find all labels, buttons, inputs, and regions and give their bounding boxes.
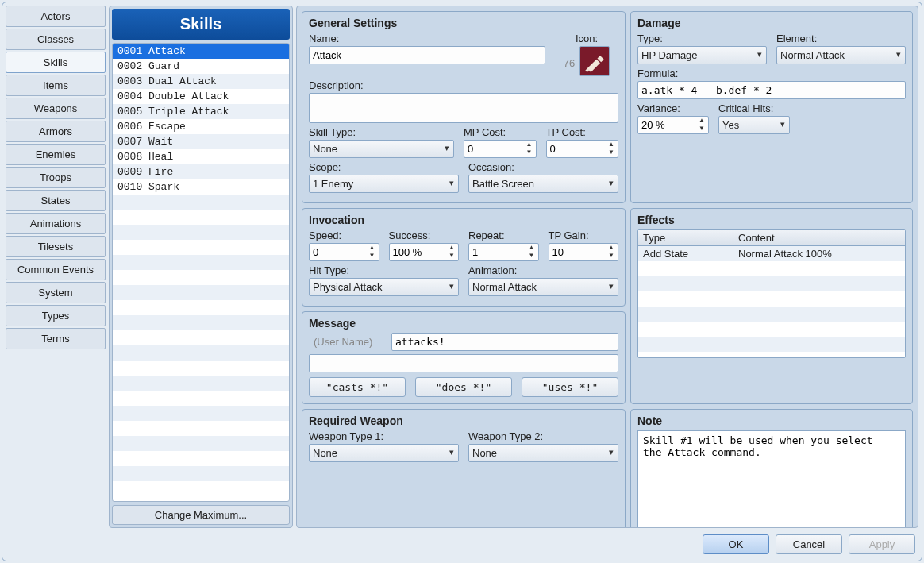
list-item-empty[interactable] xyxy=(113,466,289,481)
message-line2-input[interactable] xyxy=(309,354,618,372)
list-item-empty[interactable] xyxy=(113,315,289,330)
tab-skills[interactable]: Skills xyxy=(6,52,106,73)
list-item-empty[interactable] xyxy=(113,361,289,376)
spinner-icon[interactable]: ▲▼ xyxy=(524,141,535,156)
hit-type-select[interactable]: Physical Attack xyxy=(309,278,459,296)
tab-types[interactable]: Types xyxy=(6,305,106,326)
tab-weapons[interactable]: Weapons xyxy=(6,98,106,119)
list-item-empty[interactable] xyxy=(113,451,289,466)
skill-list-panel: Skills 0001 Attack0002 Guard0003 Dual At… xyxy=(109,6,293,528)
list-item[interactable]: 0010 Spark xyxy=(113,179,289,195)
element-select[interactable]: Normal Attack xyxy=(776,46,906,64)
list-item[interactable]: 0009 Fire xyxy=(113,164,289,179)
effects-table[interactable]: Type Content Add StateNormal Attack 100% xyxy=(637,229,906,358)
critical-hits-select[interactable]: Yes xyxy=(718,116,790,134)
effects-col-content: Content xyxy=(733,230,905,245)
list-item[interactable]: 0002 Guard xyxy=(113,59,289,74)
list-item-empty[interactable] xyxy=(113,330,289,345)
message-line1-input[interactable] xyxy=(391,333,618,351)
list-item[interactable]: 0005 Triple Attack xyxy=(113,104,289,119)
scope-select[interactable]: 1 Enemy xyxy=(309,175,459,193)
preset-casts-button[interactable]: "casts *!" xyxy=(309,377,406,397)
list-item-empty[interactable] xyxy=(113,300,289,315)
tab-enemies[interactable]: Enemies xyxy=(6,144,106,165)
damage-title: Damage xyxy=(637,17,906,29)
tab-classes[interactable]: Classes xyxy=(6,29,106,50)
list-item[interactable]: 0003 Dual Attack xyxy=(113,74,289,89)
list-item-empty[interactable] xyxy=(113,210,289,225)
occasion-select[interactable]: Battle Screen xyxy=(468,175,618,193)
list-item-empty[interactable] xyxy=(113,225,289,240)
tab-troops[interactable]: Troops xyxy=(6,167,106,188)
apply-button[interactable]: Apply xyxy=(849,534,915,554)
tab-armors[interactable]: Armors xyxy=(6,121,106,142)
skill-list[interactable]: 0001 Attack0002 Guard0003 Dual Attack000… xyxy=(112,43,290,502)
spinner-icon[interactable]: ▲▼ xyxy=(446,245,457,260)
weapon-type1-select[interactable]: None xyxy=(309,444,459,462)
table-row-empty[interactable] xyxy=(638,322,905,337)
list-item[interactable]: 0008 Heal xyxy=(113,149,289,164)
tab-common-events[interactable]: Common Events xyxy=(6,259,106,280)
note-title: Note xyxy=(637,415,906,427)
table-row[interactable]: Add StateNormal Attack 100% xyxy=(638,246,905,261)
tab-terms[interactable]: Terms xyxy=(6,328,106,349)
cancel-button[interactable]: Cancel xyxy=(776,534,842,554)
list-item[interactable]: 0001 Attack xyxy=(113,44,289,59)
list-item[interactable]: 0004 Double Attack xyxy=(113,89,289,104)
list-item-empty[interactable] xyxy=(113,270,289,285)
list-item-empty[interactable] xyxy=(113,255,289,270)
spinner-icon[interactable]: ▲▼ xyxy=(606,141,617,156)
list-item-empty[interactable] xyxy=(113,376,289,391)
tab-items[interactable]: Items xyxy=(6,75,106,96)
name-input[interactable] xyxy=(309,46,545,64)
success-label: Success: xyxy=(389,229,460,241)
table-row-empty[interactable] xyxy=(638,307,905,322)
spinner-icon[interactable]: ▲▼ xyxy=(367,245,378,260)
weapon-type2-label: Weapon Type 2: xyxy=(468,430,618,442)
list-item-empty[interactable] xyxy=(113,391,289,406)
tab-system[interactable]: System xyxy=(6,282,106,303)
skill-icon xyxy=(583,50,606,72)
skill-editor: General Settings Name: Icon: 76 xyxy=(296,6,918,528)
icon-picker[interactable] xyxy=(579,46,610,76)
list-item-empty[interactable] xyxy=(113,406,289,421)
skill-type-select[interactable]: None xyxy=(309,140,454,158)
table-row-empty[interactable] xyxy=(638,352,905,357)
list-item-empty[interactable] xyxy=(113,481,289,496)
list-item-empty[interactable] xyxy=(113,436,289,451)
change-maximum-button[interactable]: Change Maximum... xyxy=(112,505,290,525)
list-item-empty[interactable] xyxy=(113,195,289,210)
spinner-icon[interactable]: ▲▼ xyxy=(606,245,617,260)
list-item[interactable]: 0007 Wait xyxy=(113,134,289,149)
list-item-empty[interactable] xyxy=(113,240,289,255)
list-item-empty[interactable] xyxy=(113,285,289,300)
table-row-empty[interactable] xyxy=(638,337,905,352)
list-item-empty[interactable] xyxy=(113,345,289,361)
icon-label: Icon: xyxy=(576,33,598,44)
list-item[interactable]: 0006 Escape xyxy=(113,119,289,134)
damage-type-select[interactable]: HP Damage xyxy=(637,46,767,64)
tab-animations[interactable]: Animations xyxy=(6,213,106,234)
preset-uses-button[interactable]: "uses *!" xyxy=(522,377,618,397)
weapon-type2-select[interactable]: None xyxy=(468,444,618,462)
description-input[interactable] xyxy=(309,93,618,123)
table-row-empty[interactable] xyxy=(638,276,905,291)
tab-tilesets[interactable]: Tilesets xyxy=(6,236,106,257)
tab-actors[interactable]: Actors xyxy=(6,6,106,27)
animation-select[interactable]: Normal Attack xyxy=(468,278,618,296)
effects-col-type: Type xyxy=(638,230,733,245)
preset-does-button[interactable]: "does *!" xyxy=(415,377,512,397)
damage-type-label: Type: xyxy=(637,33,767,44)
table-row-empty[interactable] xyxy=(638,261,905,276)
table-row-empty[interactable] xyxy=(638,291,905,307)
spinner-icon[interactable]: ▲▼ xyxy=(526,245,537,260)
spinner-icon[interactable]: ▲▼ xyxy=(696,118,707,133)
tab-states[interactable]: States xyxy=(6,190,106,211)
formula-input[interactable] xyxy=(637,81,906,99)
ok-button[interactable]: OK xyxy=(703,534,769,554)
general-settings-group: General Settings Name: Icon: 76 xyxy=(302,11,626,203)
list-item-empty[interactable] xyxy=(113,421,289,436)
message-group: Message (User Name) "casts *!" "does *!"… xyxy=(302,311,626,404)
formula-label: Formula: xyxy=(637,67,906,79)
note-textarea[interactable] xyxy=(637,430,906,528)
